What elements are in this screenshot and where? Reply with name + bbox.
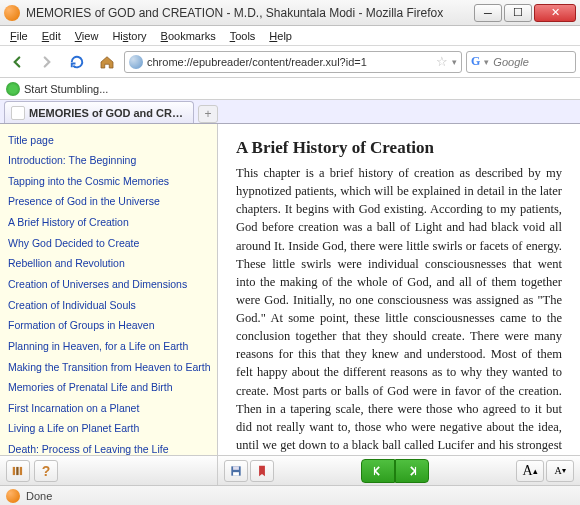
- toc-item[interactable]: Formation of Groups in Heaven: [8, 316, 215, 337]
- home-button[interactable]: [94, 49, 120, 75]
- svg-rect-1: [16, 466, 18, 474]
- toc-item[interactable]: Living a Life on Planet Earth: [8, 419, 215, 440]
- tab-favicon: [11, 106, 25, 120]
- content-area: Title pageIntroduction: The BeginningTap…: [0, 124, 580, 485]
- svg-rect-7: [415, 466, 416, 474]
- status-text: Done: [26, 490, 52, 502]
- navigation-toolbar: ☆ ▾ G ▾: [0, 46, 580, 78]
- font-increase-button[interactable]: A▴: [516, 460, 544, 482]
- forward-button[interactable]: [34, 49, 60, 75]
- stumbleupon-icon[interactable]: [6, 82, 20, 96]
- svg-rect-5: [233, 472, 239, 476]
- toc-item[interactable]: Creation of Individual Souls: [8, 295, 215, 316]
- toc-item[interactable]: Memories of Prenatal Life and Birth: [8, 378, 215, 399]
- menu-history[interactable]: History: [106, 28, 152, 44]
- toc-item[interactable]: Rebellion and Revolution: [8, 254, 215, 275]
- svg-rect-2: [20, 466, 22, 474]
- chapter-text: This chapter is a brief history of creat…: [236, 164, 562, 455]
- close-button[interactable]: ✕: [534, 4, 576, 22]
- svg-rect-4: [233, 466, 239, 470]
- minimize-button[interactable]: ─: [474, 4, 502, 22]
- menu-help[interactable]: Help: [263, 28, 298, 44]
- search-input[interactable]: [493, 56, 571, 68]
- back-button[interactable]: [4, 49, 30, 75]
- search-engine-dropdown-icon[interactable]: ▾: [484, 57, 489, 67]
- svg-rect-0: [13, 466, 15, 474]
- toc-item[interactable]: First Incarnation on a Planet: [8, 398, 215, 419]
- toc-item[interactable]: Introduction: The Beginning: [8, 151, 215, 172]
- window-title: MEMORIES of GOD and CREATION - M.D., Sha…: [26, 6, 474, 20]
- toc-item[interactable]: Making the Transition from Heaven to Ear…: [8, 357, 215, 378]
- font-decrease-button[interactable]: A▾: [546, 460, 574, 482]
- status-bar: Done: [0, 485, 580, 505]
- search-bar[interactable]: G ▾: [466, 51, 576, 73]
- menu-view[interactable]: View: [69, 28, 105, 44]
- table-of-contents[interactable]: Title pageIntroduction: The BeginningTap…: [0, 124, 217, 455]
- toc-item[interactable]: A Brief History of Creation: [8, 213, 215, 234]
- toc-item[interactable]: Title page: [8, 130, 215, 151]
- stumble-toolbar: Start Stumbling...: [0, 78, 580, 100]
- stumble-label[interactable]: Start Stumbling...: [24, 83, 108, 95]
- toc-item[interactable]: Creation of Universes and Dimensions: [8, 274, 215, 295]
- reload-button[interactable]: [64, 49, 90, 75]
- firefox-icon: [4, 5, 20, 21]
- menu-bookmarks[interactable]: Bookmarks: [155, 28, 222, 44]
- tab-active[interactable]: MEMORIES of GOD and CREATION - ...: [4, 101, 194, 123]
- dropdown-icon[interactable]: ▾: [452, 57, 457, 67]
- sidebar: Title pageIntroduction: The BeginningTap…: [0, 124, 218, 485]
- new-tab-button[interactable]: +: [198, 105, 218, 123]
- menu-file[interactable]: File: [4, 28, 34, 44]
- toc-item[interactable]: Planning in Heaven, for a Life on Earth: [8, 336, 215, 357]
- reader-pane: A Brief History of Creation This chapter…: [218, 124, 580, 485]
- reader-toolbar: A▴ A▾: [218, 455, 580, 485]
- menu-tools[interactable]: Tools: [224, 28, 262, 44]
- maximize-button[interactable]: ☐: [504, 4, 532, 22]
- menubar: File Edit View History Bookmarks Tools H…: [0, 26, 580, 46]
- svg-rect-6: [374, 466, 375, 474]
- menu-edit[interactable]: Edit: [36, 28, 67, 44]
- reader-body[interactable]: A Brief History of Creation This chapter…: [218, 124, 580, 455]
- google-icon: G: [471, 54, 480, 69]
- window-titlebar: MEMORIES of GOD and CREATION - M.D., Sha…: [0, 0, 580, 26]
- toc-item[interactable]: Presence of God in the Universe: [8, 192, 215, 213]
- prev-page-button[interactable]: [361, 459, 395, 483]
- toc-item[interactable]: Tapping into the Cosmic Memories: [8, 171, 215, 192]
- bookmark-star-icon[interactable]: ☆: [436, 54, 448, 69]
- toc-item[interactable]: Death: Process of Leaving the Life: [8, 440, 215, 455]
- next-page-button[interactable]: [395, 459, 429, 483]
- status-favicon: [6, 489, 20, 503]
- chapter-heading: A Brief History of Creation: [236, 138, 562, 158]
- toc-item[interactable]: Why God Decided to Create: [8, 233, 215, 254]
- tab-bar: MEMORIES of GOD and CREATION - ... +: [0, 100, 580, 124]
- bookmark-button[interactable]: [250, 460, 274, 482]
- save-button[interactable]: [224, 460, 248, 482]
- url-input[interactable]: [147, 56, 432, 68]
- url-bar[interactable]: ☆ ▾: [124, 51, 462, 73]
- help-button[interactable]: ?: [34, 460, 58, 482]
- library-button[interactable]: [6, 460, 30, 482]
- sidebar-toolbar: ?: [0, 455, 217, 485]
- globe-icon: [129, 55, 143, 69]
- tab-label: MEMORIES of GOD and CREATION - ...: [29, 107, 187, 119]
